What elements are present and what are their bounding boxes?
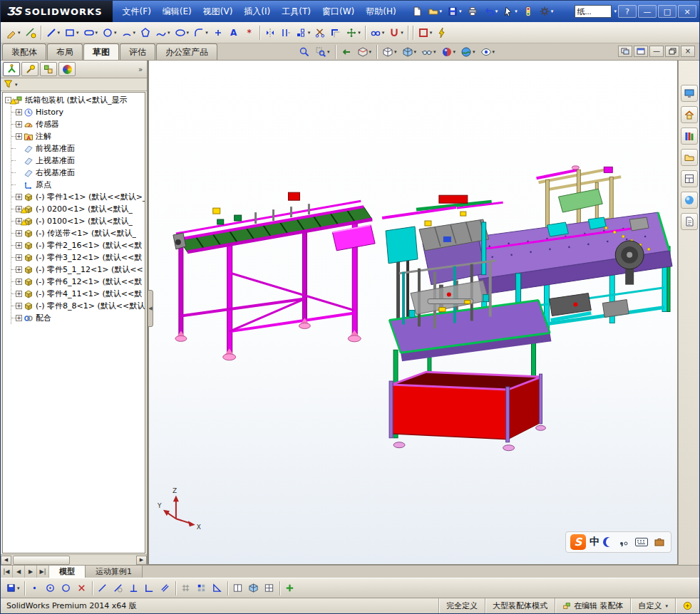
menu-view[interactable]: 视图(V) bbox=[197, 1, 239, 22]
polygon-icon[interactable] bbox=[138, 25, 153, 41]
rectangle-icon[interactable]: ▾ bbox=[62, 25, 81, 41]
open-document-icon[interactable]: ▾ bbox=[426, 4, 445, 19]
drive-wheel[interactable] bbox=[615, 241, 644, 285]
quick-snaps-icon[interactable]: ▾ bbox=[386, 25, 406, 41]
doc-close-button[interactable]: × bbox=[681, 46, 695, 57]
line-angle-tool-icon[interactable] bbox=[95, 581, 110, 596]
tree-item-part[interactable]: + (-) 0100<1> (默认<默认_ bbox=[11, 215, 145, 227]
design-library-icon[interactable] bbox=[681, 128, 698, 145]
ime-fullwidth-moon-icon[interactable] bbox=[603, 537, 613, 547]
zoom-fit-icon[interactable] bbox=[297, 44, 312, 60]
text-icon[interactable]: A bbox=[226, 25, 242, 41]
panel-overflow-icon[interactable]: » bbox=[138, 66, 145, 73]
tree-horizontal-scrollbar[interactable]: ◀ ▶ bbox=[1, 554, 147, 565]
point-icon[interactable] bbox=[210, 25, 226, 41]
featuremanager-tab[interactable] bbox=[3, 62, 20, 76]
print-icon[interactable] bbox=[465, 4, 480, 19]
circle-icon[interactable]: ▾ bbox=[100, 25, 119, 41]
ellipse-icon[interactable]: ▾ bbox=[173, 25, 192, 41]
tree-item-part[interactable]: + (-) 零件3_12<1> (默认<<默 bbox=[11, 251, 145, 264]
new-document-icon[interactable] bbox=[409, 4, 425, 19]
tree-item-right-plane[interactable]: 右视基准面 bbox=[11, 167, 145, 179]
tree-item-top-plane[interactable]: 上视基准面 bbox=[11, 155, 145, 167]
save-tool-icon[interactable]: ▾ bbox=[4, 581, 22, 596]
tree-item-origin[interactable]: 原点 bbox=[11, 179, 145, 191]
hide-show-items-icon[interactable]: ▾ bbox=[419, 44, 438, 60]
menu-tools[interactable]: 工具(T) bbox=[276, 1, 316, 22]
pattern-grid-tool-icon[interactable] bbox=[194, 581, 210, 596]
point-tool-icon[interactable] bbox=[27, 581, 43, 596]
options-gear-icon[interactable]: ▾ bbox=[537, 4, 556, 19]
minimize-button[interactable]: — bbox=[638, 5, 657, 18]
tab-layout[interactable]: 布局 bbox=[47, 43, 83, 60]
angle-snap-tool-icon[interactable] bbox=[210, 581, 225, 596]
expander-icon[interactable]: + bbox=[16, 315, 22, 321]
tree-item-part[interactable]: + (-) 零件2_16<1> (默认<<默 bbox=[11, 239, 145, 251]
tree-item-part[interactable]: + (-) 零件4_11<1> (默认<<默 bbox=[11, 288, 145, 300]
expander-icon[interactable]: + bbox=[16, 230, 22, 236]
tree-item-sensors[interactable]: + 传感器 bbox=[11, 118, 145, 130]
tree-item-history[interactable]: + History bbox=[11, 106, 145, 118]
scroll-left-icon[interactable]: ◀ bbox=[1, 556, 11, 565]
tab-office-products[interactable]: 办公室产品 bbox=[156, 43, 217, 60]
ime-sogou-icon[interactable]: S bbox=[570, 534, 586, 550]
previous-view-icon[interactable] bbox=[339, 44, 354, 60]
display-style-icon[interactable]: ▾ bbox=[400, 44, 419, 60]
packing-station[interactable] bbox=[389, 261, 551, 451]
instant2d-icon[interactable]: ▾ bbox=[416, 25, 435, 41]
expander-icon[interactable]: + bbox=[16, 266, 22, 273]
save-icon[interactable]: ▾ bbox=[445, 4, 464, 19]
center-circle-tool-icon[interactable] bbox=[43, 581, 58, 596]
status-toolbox-icon[interactable] bbox=[675, 598, 699, 613]
infeed-conveyor[interactable] bbox=[173, 192, 375, 360]
propertymanager-tab[interactable] bbox=[21, 62, 38, 76]
viewport-pane-tool-icon[interactable] bbox=[230, 581, 246, 596]
panel-splitter-handle[interactable]: ◀ bbox=[148, 290, 153, 327]
maximize-button[interactable]: □ bbox=[658, 5, 676, 18]
solidworks-resources-icon[interactable] bbox=[681, 85, 698, 102]
tree-item-part[interactable]: + (-) 零件1<1> (默认<<默认>_ bbox=[11, 191, 145, 203]
edit-appearance-icon[interactable]: ▾ bbox=[439, 44, 458, 60]
configurationmanager-tab[interactable] bbox=[40, 62, 57, 76]
ime-toolbox-icon[interactable] bbox=[652, 535, 666, 549]
zoom-area-icon[interactable]: ▾ bbox=[313, 44, 332, 60]
split-pane-tool-icon[interactable] bbox=[262, 581, 277, 596]
trim-entities-icon[interactable] bbox=[312, 25, 328, 41]
section-view-icon[interactable]: ▾ bbox=[355, 44, 374, 60]
expander-icon[interactable]: + bbox=[16, 109, 22, 115]
tree-item-part[interactable]: + (-) 零件8_8<1> (默认<<默认 bbox=[11, 300, 145, 312]
display-relations-icon[interactable]: ▾ bbox=[368, 25, 387, 41]
expander-icon[interactable]: + bbox=[16, 279, 22, 285]
menu-insert[interactable]: 插入(I) bbox=[238, 1, 276, 22]
menu-window[interactable]: 窗口(W) bbox=[316, 1, 360, 22]
tab-model[interactable]: 模型 bbox=[49, 566, 86, 578]
help-icon[interactable]: ? bbox=[618, 5, 637, 18]
tab-nav-prev-icon[interactable]: ◀ bbox=[13, 566, 25, 578]
lightning-icon[interactable] bbox=[434, 25, 450, 41]
line-icon[interactable]: ▾ bbox=[43, 25, 63, 41]
menu-help[interactable]: 帮助(H) bbox=[360, 1, 401, 22]
tab-nav-first-icon[interactable]: |◀ bbox=[1, 566, 13, 578]
expander-icon[interactable]: + bbox=[16, 133, 22, 140]
tree-item-part[interactable]: + (-) 0200<1> (默认<默认_ bbox=[11, 203, 145, 215]
tab-motion-study[interactable]: 运动算例1 bbox=[86, 566, 143, 578]
shaded-cube-tool-icon[interactable] bbox=[246, 581, 262, 596]
expander-icon[interactable]: + bbox=[16, 121, 22, 128]
ime-punctuation-icon[interactable] bbox=[617, 535, 631, 549]
tab-nav-last-icon[interactable]: ▶| bbox=[37, 566, 49, 578]
tab-nav-next-icon[interactable]: ▶ bbox=[25, 566, 37, 578]
home-icon[interactable] bbox=[681, 106, 698, 123]
appearances-scenes-icon[interactable] bbox=[681, 192, 698, 209]
sketch-icon[interactable]: ▾ bbox=[4, 25, 23, 41]
filter-dropdown-icon[interactable]: ▾ bbox=[15, 82, 18, 88]
custom-properties-icon[interactable] bbox=[681, 213, 698, 230]
mirror-entities-icon[interactable] bbox=[262, 25, 278, 41]
rebuild-icon[interactable] bbox=[520, 4, 536, 19]
offset-entities-icon[interactable] bbox=[278, 25, 294, 41]
perpendicular-line-tool-icon[interactable] bbox=[126, 581, 142, 596]
linear-pattern-icon[interactable]: ▾ bbox=[294, 25, 313, 41]
tree-item-annotations[interactable]: + A 注解 bbox=[11, 130, 145, 142]
displaymanager-tab[interactable] bbox=[58, 62, 76, 76]
tab-evaluate[interactable]: 评估 bbox=[120, 43, 155, 60]
expander-icon[interactable]: + bbox=[16, 254, 22, 261]
